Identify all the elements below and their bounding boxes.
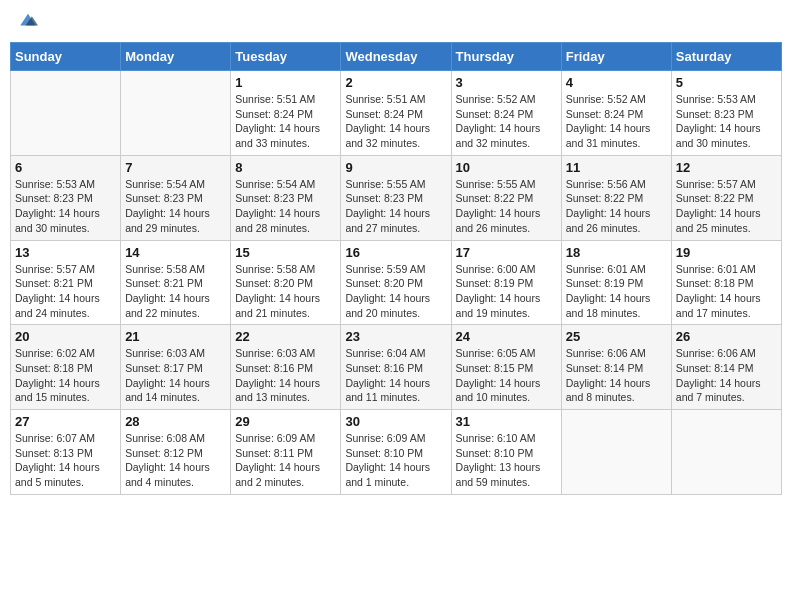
day-info: Sunrise: 5:58 AM Sunset: 8:21 PM Dayligh… xyxy=(125,262,226,321)
logo-icon xyxy=(16,10,40,30)
calendar-cell: 25Sunrise: 6:06 AM Sunset: 8:14 PM Dayli… xyxy=(561,325,671,410)
day-number: 13 xyxy=(15,245,116,260)
day-number: 10 xyxy=(456,160,557,175)
calendar-cell: 20Sunrise: 6:02 AM Sunset: 8:18 PM Dayli… xyxy=(11,325,121,410)
day-info: Sunrise: 5:57 AM Sunset: 8:21 PM Dayligh… xyxy=(15,262,116,321)
calendar-cell: 8Sunrise: 5:54 AM Sunset: 8:23 PM Daylig… xyxy=(231,155,341,240)
calendar-cell: 28Sunrise: 6:08 AM Sunset: 8:12 PM Dayli… xyxy=(121,410,231,495)
day-info: Sunrise: 5:51 AM Sunset: 8:24 PM Dayligh… xyxy=(345,92,446,151)
day-number: 25 xyxy=(566,329,667,344)
day-info: Sunrise: 6:03 AM Sunset: 8:17 PM Dayligh… xyxy=(125,346,226,405)
day-number: 9 xyxy=(345,160,446,175)
day-number: 29 xyxy=(235,414,336,429)
day-info: Sunrise: 6:05 AM Sunset: 8:15 PM Dayligh… xyxy=(456,346,557,405)
calendar-cell: 10Sunrise: 5:55 AM Sunset: 8:22 PM Dayli… xyxy=(451,155,561,240)
calendar-cell xyxy=(671,410,781,495)
day-number: 30 xyxy=(345,414,446,429)
calendar-week-row: 13Sunrise: 5:57 AM Sunset: 8:21 PM Dayli… xyxy=(11,240,782,325)
calendar-cell: 26Sunrise: 6:06 AM Sunset: 8:14 PM Dayli… xyxy=(671,325,781,410)
day-number: 15 xyxy=(235,245,336,260)
day-info: Sunrise: 6:04 AM Sunset: 8:16 PM Dayligh… xyxy=(345,346,446,405)
day-of-week-header: Saturday xyxy=(671,43,781,71)
calendar-cell: 3Sunrise: 5:52 AM Sunset: 8:24 PM Daylig… xyxy=(451,71,561,156)
calendar-cell: 6Sunrise: 5:53 AM Sunset: 8:23 PM Daylig… xyxy=(11,155,121,240)
day-number: 2 xyxy=(345,75,446,90)
day-of-week-header: Sunday xyxy=(11,43,121,71)
day-info: Sunrise: 5:54 AM Sunset: 8:23 PM Dayligh… xyxy=(125,177,226,236)
day-info: Sunrise: 6:00 AM Sunset: 8:19 PM Dayligh… xyxy=(456,262,557,321)
calendar-week-row: 20Sunrise: 6:02 AM Sunset: 8:18 PM Dayli… xyxy=(11,325,782,410)
calendar-cell: 18Sunrise: 6:01 AM Sunset: 8:19 PM Dayli… xyxy=(561,240,671,325)
day-number: 28 xyxy=(125,414,226,429)
calendar-cell: 24Sunrise: 6:05 AM Sunset: 8:15 PM Dayli… xyxy=(451,325,561,410)
day-number: 1 xyxy=(235,75,336,90)
day-of-week-header: Thursday xyxy=(451,43,561,71)
day-info: Sunrise: 6:02 AM Sunset: 8:18 PM Dayligh… xyxy=(15,346,116,405)
calendar-cell: 31Sunrise: 6:10 AM Sunset: 8:10 PM Dayli… xyxy=(451,410,561,495)
calendar-cell: 21Sunrise: 6:03 AM Sunset: 8:17 PM Dayli… xyxy=(121,325,231,410)
day-info: Sunrise: 5:55 AM Sunset: 8:23 PM Dayligh… xyxy=(345,177,446,236)
calendar-cell: 19Sunrise: 6:01 AM Sunset: 8:18 PM Dayli… xyxy=(671,240,781,325)
day-info: Sunrise: 5:51 AM Sunset: 8:24 PM Dayligh… xyxy=(235,92,336,151)
day-number: 18 xyxy=(566,245,667,260)
day-info: Sunrise: 6:07 AM Sunset: 8:13 PM Dayligh… xyxy=(15,431,116,490)
calendar-cell: 1Sunrise: 5:51 AM Sunset: 8:24 PM Daylig… xyxy=(231,71,341,156)
day-info: Sunrise: 6:06 AM Sunset: 8:14 PM Dayligh… xyxy=(676,346,777,405)
calendar-cell: 9Sunrise: 5:55 AM Sunset: 8:23 PM Daylig… xyxy=(341,155,451,240)
calendar-week-row: 27Sunrise: 6:07 AM Sunset: 8:13 PM Dayli… xyxy=(11,410,782,495)
day-info: Sunrise: 6:10 AM Sunset: 8:10 PM Dayligh… xyxy=(456,431,557,490)
calendar-cell: 12Sunrise: 5:57 AM Sunset: 8:22 PM Dayli… xyxy=(671,155,781,240)
day-number: 31 xyxy=(456,414,557,429)
calendar-cell: 2Sunrise: 5:51 AM Sunset: 8:24 PM Daylig… xyxy=(341,71,451,156)
day-number: 19 xyxy=(676,245,777,260)
day-info: Sunrise: 5:54 AM Sunset: 8:23 PM Dayligh… xyxy=(235,177,336,236)
calendar-cell: 14Sunrise: 5:58 AM Sunset: 8:21 PM Dayli… xyxy=(121,240,231,325)
day-number: 3 xyxy=(456,75,557,90)
calendar-cell: 4Sunrise: 5:52 AM Sunset: 8:24 PM Daylig… xyxy=(561,71,671,156)
day-number: 8 xyxy=(235,160,336,175)
calendar-week-row: 6Sunrise: 5:53 AM Sunset: 8:23 PM Daylig… xyxy=(11,155,782,240)
day-number: 6 xyxy=(15,160,116,175)
day-number: 21 xyxy=(125,329,226,344)
day-number: 17 xyxy=(456,245,557,260)
calendar-cell: 30Sunrise: 6:09 AM Sunset: 8:10 PM Dayli… xyxy=(341,410,451,495)
calendar-cell: 27Sunrise: 6:07 AM Sunset: 8:13 PM Dayli… xyxy=(11,410,121,495)
day-info: Sunrise: 6:03 AM Sunset: 8:16 PM Dayligh… xyxy=(235,346,336,405)
day-info: Sunrise: 5:52 AM Sunset: 8:24 PM Dayligh… xyxy=(566,92,667,151)
day-info: Sunrise: 6:06 AM Sunset: 8:14 PM Dayligh… xyxy=(566,346,667,405)
calendar-cell: 11Sunrise: 5:56 AM Sunset: 8:22 PM Dayli… xyxy=(561,155,671,240)
day-of-week-header: Monday xyxy=(121,43,231,71)
day-number: 16 xyxy=(345,245,446,260)
calendar-cell: 17Sunrise: 6:00 AM Sunset: 8:19 PM Dayli… xyxy=(451,240,561,325)
calendar-cell: 29Sunrise: 6:09 AM Sunset: 8:11 PM Dayli… xyxy=(231,410,341,495)
day-number: 5 xyxy=(676,75,777,90)
page-header xyxy=(10,10,782,34)
day-number: 23 xyxy=(345,329,446,344)
calendar-cell: 7Sunrise: 5:54 AM Sunset: 8:23 PM Daylig… xyxy=(121,155,231,240)
calendar-cell: 23Sunrise: 6:04 AM Sunset: 8:16 PM Dayli… xyxy=(341,325,451,410)
day-number: 4 xyxy=(566,75,667,90)
day-number: 14 xyxy=(125,245,226,260)
day-info: Sunrise: 6:01 AM Sunset: 8:19 PM Dayligh… xyxy=(566,262,667,321)
day-number: 22 xyxy=(235,329,336,344)
calendar-week-row: 1Sunrise: 5:51 AM Sunset: 8:24 PM Daylig… xyxy=(11,71,782,156)
day-number: 27 xyxy=(15,414,116,429)
day-number: 12 xyxy=(676,160,777,175)
day-number: 26 xyxy=(676,329,777,344)
calendar-cell: 22Sunrise: 6:03 AM Sunset: 8:16 PM Dayli… xyxy=(231,325,341,410)
day-of-week-header: Tuesday xyxy=(231,43,341,71)
day-number: 20 xyxy=(15,329,116,344)
calendar-header-row: SundayMondayTuesdayWednesdayThursdayFrid… xyxy=(11,43,782,71)
day-number: 11 xyxy=(566,160,667,175)
calendar-cell xyxy=(561,410,671,495)
day-info: Sunrise: 5:56 AM Sunset: 8:22 PM Dayligh… xyxy=(566,177,667,236)
day-info: Sunrise: 6:01 AM Sunset: 8:18 PM Dayligh… xyxy=(676,262,777,321)
calendar-cell: 13Sunrise: 5:57 AM Sunset: 8:21 PM Dayli… xyxy=(11,240,121,325)
calendar-cell: 16Sunrise: 5:59 AM Sunset: 8:20 PM Dayli… xyxy=(341,240,451,325)
day-info: Sunrise: 5:53 AM Sunset: 8:23 PM Dayligh… xyxy=(15,177,116,236)
calendar-cell: 5Sunrise: 5:53 AM Sunset: 8:23 PM Daylig… xyxy=(671,71,781,156)
day-number: 7 xyxy=(125,160,226,175)
day-of-week-header: Wednesday xyxy=(341,43,451,71)
calendar-table: SundayMondayTuesdayWednesdayThursdayFrid… xyxy=(10,42,782,495)
day-info: Sunrise: 5:57 AM Sunset: 8:22 PM Dayligh… xyxy=(676,177,777,236)
